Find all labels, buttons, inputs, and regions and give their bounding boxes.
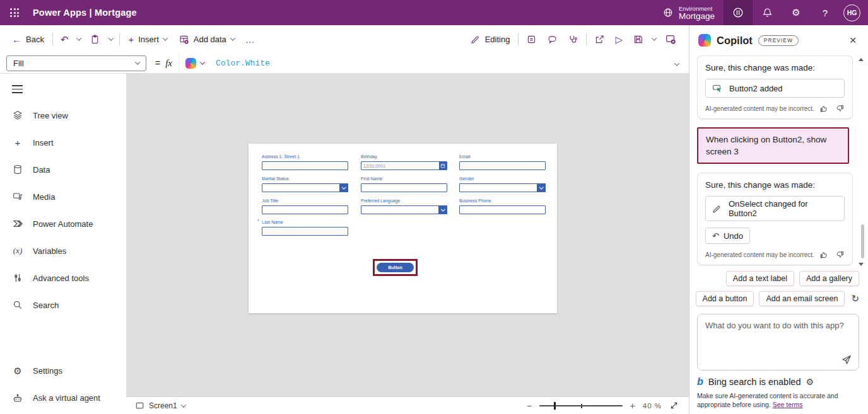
suggestion-add-email-screen[interactable]: Add an email screen — [759, 291, 845, 306]
change-chip-button2-added[interactable]: Button2 added — [705, 79, 845, 98]
undo-change-button[interactable]: ↶ Undo — [705, 227, 750, 244]
text-input[interactable] — [262, 161, 348, 170]
thumbs-down-icon[interactable] — [836, 104, 845, 113]
thumbs-up-icon[interactable] — [819, 104, 828, 113]
zoom-slider-thumb[interactable] — [554, 402, 556, 410]
refresh-suggestions-icon[interactable]: ↻ — [851, 293, 859, 304]
screen-selector[interactable]: Screen1 — [135, 401, 185, 410]
formula-input[interactable]: Color.White — [211, 59, 665, 68]
publish-button[interactable] — [660, 29, 681, 49]
zoom-in-button[interactable]: + — [630, 401, 635, 411]
scroll-up-arrow[interactable] — [859, 58, 864, 61]
left-sidebar: Tree view + Insert Data — [0, 74, 126, 414]
see-terms-link[interactable]: See terms — [773, 401, 803, 408]
power-automate-icon — [12, 218, 23, 229]
sidebar-item-power-automate[interactable]: Power Automate — [0, 210, 126, 238]
editing-mode-button[interactable]: Editing — [465, 29, 516, 49]
environment-picker[interactable]: Environment Mortgage — [662, 5, 715, 20]
zoom-slider[interactable] — [539, 402, 623, 410]
database-icon — [12, 164, 23, 175]
back-label: Back — [26, 35, 44, 44]
chevron-down-icon — [200, 59, 205, 64]
suggestion-add-gallery[interactable]: Add a gallery — [799, 271, 859, 286]
preview-button[interactable]: ▷ — [610, 29, 628, 49]
sidebar-item-media[interactable]: Media — [0, 183, 126, 210]
canvas-button[interactable]: Button — [377, 263, 414, 272]
copilot-chat-input[interactable] — [698, 314, 859, 370]
copilot-toggle-button[interactable] — [724, 0, 753, 25]
app-launcher-icon[interactable] — [0, 0, 29, 25]
zoom-out-button[interactable]: − — [526, 401, 531, 411]
dropdown-input[interactable] — [361, 205, 447, 214]
text-input[interactable] — [262, 227, 348, 236]
change-chip-label: OnSelect changed for Button2 — [729, 199, 838, 218]
sidebar-item-advanced-tools[interactable]: Advanced tools — [0, 265, 126, 292]
change-chip-onselect-changed[interactable]: OnSelect changed for Button2 — [705, 196, 845, 221]
suggestion-add-button[interactable]: Add a button — [696, 291, 754, 306]
undo-button[interactable]: ↶ — [56, 29, 74, 49]
save-menu-button[interactable] — [648, 29, 660, 49]
screen-canvas[interactable]: Address 1: Street 1 Birthday 12/31/2001 — [249, 144, 557, 313]
assistant-message-text: Sure, this change was made: — [705, 63, 845, 72]
paste-menu-button[interactable] — [105, 29, 117, 49]
formula-bar-expand-button[interactable] — [665, 57, 689, 69]
notifications-button[interactable] — [753, 0, 782, 25]
text-input[interactable] — [361, 183, 447, 192]
sidebar-item-variables[interactable]: (x) Variables — [0, 238, 126, 265]
suggestion-add-text-label[interactable]: Add a text label — [726, 271, 794, 286]
sidebar-item-insert[interactable]: + Insert — [0, 129, 126, 156]
property-selected: Fill — [13, 59, 24, 68]
dropdown-input[interactable] — [262, 183, 348, 192]
field-label: Email — [459, 154, 546, 160]
save-button[interactable] — [628, 29, 648, 49]
text-input[interactable] — [262, 205, 348, 214]
chevron-down-icon[interactable] — [537, 183, 546, 192]
sidebar-item-search[interactable]: Search — [0, 292, 126, 319]
gear-icon: ⚙ — [792, 7, 800, 18]
insert-button[interactable]: + Insert — [122, 29, 172, 49]
settings-button[interactable]: ⚙ — [782, 0, 811, 25]
app-checker-button[interactable] — [563, 29, 584, 49]
button-added-icon — [712, 83, 722, 93]
property-selector[interactable]: Fill — [6, 55, 146, 71]
bottom-bar: Screen1 − + 40 % — [126, 396, 689, 414]
dropdown-input[interactable] — [459, 183, 546, 192]
chevron-down-icon[interactable] — [438, 205, 447, 214]
send-button[interactable] — [840, 354, 852, 365]
environment-name: Mortgage — [679, 13, 715, 20]
scrollbar-thumb[interactable] — [861, 224, 864, 258]
chevron-down-icon — [76, 35, 81, 40]
formula-copilot-button[interactable] — [179, 53, 211, 73]
add-data-button[interactable]: Add data — [173, 29, 240, 49]
help-button[interactable]: ? — [811, 0, 840, 25]
comments-button[interactable] — [542, 29, 563, 49]
save-icon — [633, 34, 643, 45]
gear-icon[interactable]: ⚙ — [806, 377, 814, 387]
date-input[interactable]: 12/31/2001 — [361, 161, 447, 170]
chevron-down-icon — [652, 35, 657, 40]
close-icon[interactable]: ✕ — [845, 34, 860, 47]
hamburger-menu-icon[interactable] — [12, 85, 23, 93]
fit-to-window-icon[interactable] — [669, 401, 679, 410]
thumbs-up-icon[interactable] — [819, 250, 828, 259]
back-button[interactable]: ← Back — [6, 29, 50, 49]
calendar-icon[interactable] — [439, 162, 447, 170]
thumbs-down-icon[interactable] — [836, 250, 845, 259]
sidebar-item-tree-view[interactable]: Tree view — [0, 102, 126, 129]
text-input[interactable] — [459, 161, 546, 170]
canvas-area[interactable]: Address 1: Street 1 Birthday 12/31/2001 — [126, 74, 689, 396]
chevron-down-icon[interactable] — [339, 183, 348, 192]
sidebar-item-ask-virtual-agent[interactable]: Ask a virtual agent — [0, 384, 126, 411]
undo-menu-button[interactable] — [73, 29, 85, 49]
text-input[interactable] — [459, 205, 546, 214]
paste-button[interactable] — [85, 29, 105, 49]
sidebar-item-data[interactable]: Data — [0, 156, 126, 183]
more-commands-button[interactable]: … — [240, 29, 260, 49]
notes-button[interactable] — [521, 29, 542, 49]
share-button[interactable] — [589, 29, 610, 49]
sidebar-item-settings[interactable]: ⚙ Settings — [0, 357, 126, 384]
avatar[interactable]: HG — [843, 4, 860, 21]
scroll-down-arrow[interactable] — [859, 263, 864, 266]
zoom-unit: % — [655, 402, 662, 410]
chevron-down-icon — [163, 35, 168, 40]
